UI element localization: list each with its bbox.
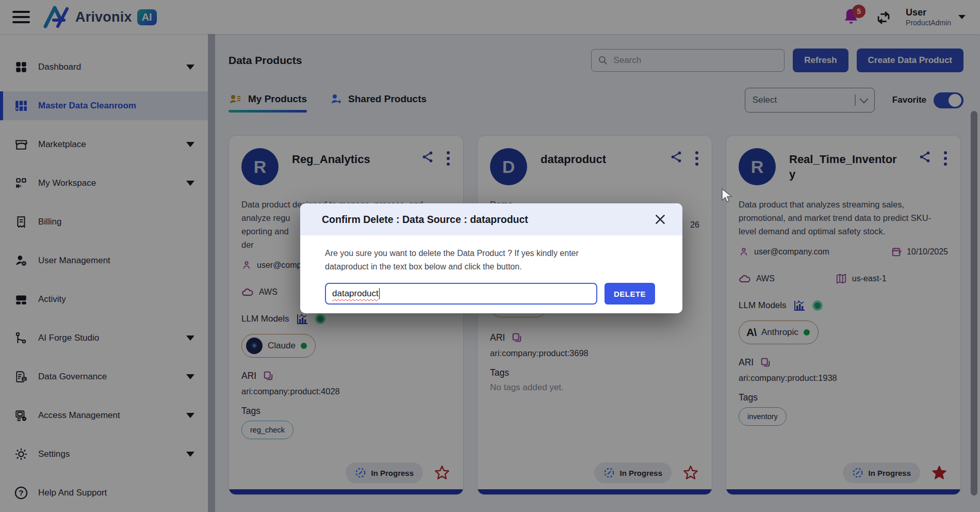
text-cursor (379, 288, 380, 299)
delete-confirm-input[interactable]: dataproduct (325, 283, 597, 305)
modal-title: Confirm Delete : Data Source : dataprodu… (322, 214, 528, 226)
delete-confirm-input-value: dataproduct (332, 289, 379, 299)
modal-message: Are you sure you want to delete the Data… (325, 247, 593, 274)
close-icon[interactable] (654, 213, 667, 226)
confirm-delete-modal: Confirm Delete : Data Source : dataprodu… (300, 203, 682, 313)
modal-body: Are you sure you want to delete the Data… (300, 235, 682, 313)
app-root: Arivonix AI 5 User ProductAdmin (0, 0, 980, 512)
mouse-cursor (720, 188, 733, 203)
delete-button[interactable]: DELETE (605, 283, 655, 305)
modal-header: Confirm Delete : Data Source : dataprodu… (300, 203, 682, 235)
